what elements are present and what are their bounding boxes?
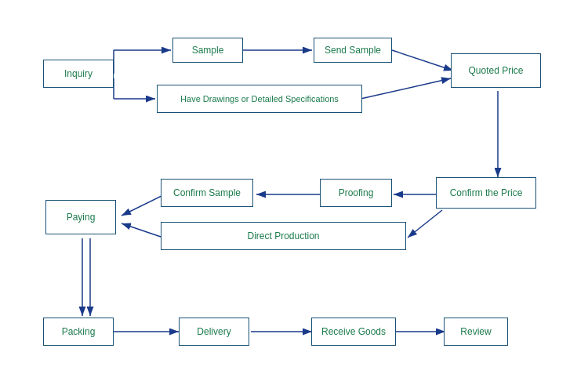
send-sample-box: Send Sample [314,38,392,63]
packing-box: Packing [43,318,114,346]
confirm-sample-box: Confirm Sample [161,179,253,207]
delivery-box: Delivery [179,318,249,346]
svg-line-13 [408,210,442,238]
review-box: Review [444,318,508,346]
direct-production-box: Direct Production [161,222,406,250]
svg-line-14 [122,223,163,238]
sample-box: Sample [172,38,243,63]
svg-line-12 [122,194,165,216]
quoted-price-box: Quoted Price [451,53,541,88]
svg-line-6 [361,78,451,99]
receive-goods-box: Receive Goods [311,318,396,346]
svg-line-5 [392,50,453,71]
have-drawings-box: Have Drawings or Detailed Specifications [157,85,362,113]
proofing-box: Proofing [320,179,392,207]
flowchart: Inquiry Sample Have Drawings or Detailed… [0,0,588,392]
inquiry-box: Inquiry [43,60,114,88]
confirm-price-box: Confirm the Price [436,177,536,209]
paying-box: Paying [45,200,116,234]
